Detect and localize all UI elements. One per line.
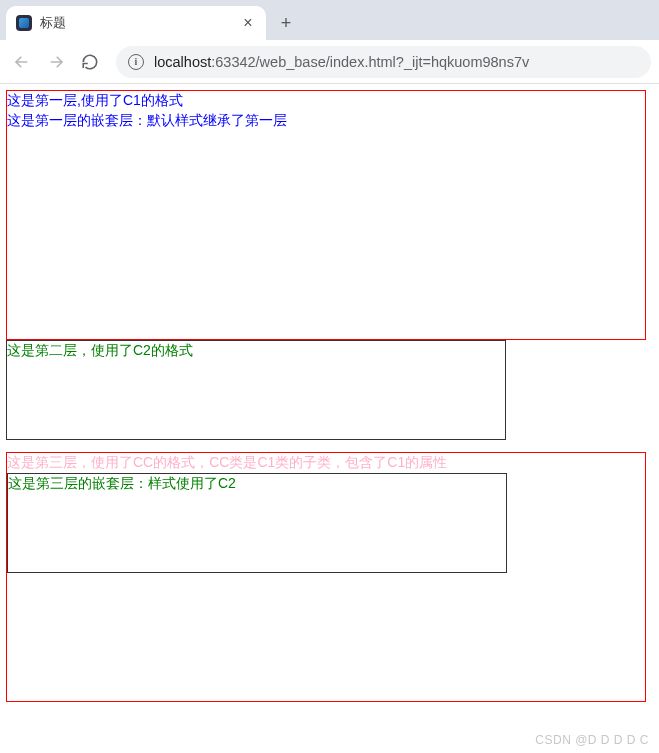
toolbar: i localhost:63342/web_base/index.html?_i… — [0, 40, 659, 84]
viewport: 这是第一层,使用了C1的格式 这是第一层的嵌套层：默认样式继承了第一层 这是第二… — [0, 84, 659, 708]
tab-title: 标题 — [40, 14, 232, 32]
layer3-nested-box: 这是第三层的嵌套层：样式使用了C2 — [7, 473, 507, 573]
layer1-box: 这是第一层,使用了C1的格式 这是第一层的嵌套层：默认样式继承了第一层 — [6, 90, 646, 340]
tab-bar: 标题 × + — [0, 0, 659, 40]
layer3-text: 这是第三层，使用了CC的格式，CC类是C1类的子类，包含了C1的属性 — [7, 454, 447, 470]
url-host: localhost — [154, 54, 211, 70]
url-port: :63342 — [211, 54, 255, 70]
close-icon[interactable]: × — [240, 14, 256, 32]
back-button[interactable] — [8, 48, 36, 76]
layer1-text: 这是第一层,使用了C1的格式 — [7, 92, 183, 108]
layer2-box: 这是第二层，使用了C2的格式 — [6, 340, 506, 440]
layer3-nested-text: 这是第三层的嵌套层：样式使用了C2 — [8, 475, 236, 491]
reload-button[interactable] — [76, 48, 104, 76]
layer2-text: 这是第二层，使用了C2的格式 — [7, 342, 193, 358]
url-text: localhost:63342/web_base/index.html?_ijt… — [154, 54, 529, 70]
layer3-box: 这是第三层，使用了CC的格式，CC类是C1类的子类，包含了C1的属性 这是第三层… — [6, 452, 646, 702]
site-info-icon[interactable]: i — [128, 54, 144, 70]
spacer — [6, 440, 653, 452]
address-bar[interactable]: i localhost:63342/web_base/index.html?_i… — [116, 46, 651, 78]
reload-icon — [81, 53, 99, 71]
browser-tab[interactable]: 标题 × — [6, 6, 266, 40]
favicon-icon — [16, 15, 32, 31]
forward-button[interactable] — [42, 48, 70, 76]
watermark: CSDN @D D D D C — [535, 733, 649, 747]
new-tab-button[interactable]: + — [272, 9, 300, 37]
url-path: /web_base/index.html?_ijt=hqkuom98ns7v — [256, 54, 530, 70]
arrow-left-icon — [13, 53, 31, 71]
layer1-nested: 这是第一层的嵌套层：默认样式继承了第一层 — [7, 111, 645, 131]
arrow-right-icon — [47, 53, 65, 71]
